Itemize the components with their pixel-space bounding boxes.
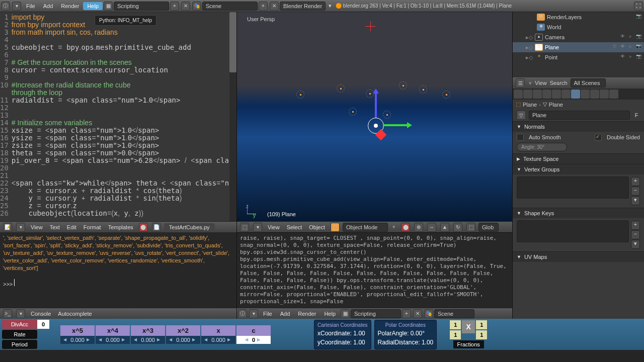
scene-del-icon[interactable]: ✕: [270, 2, 279, 11]
outliner-item-camera[interactable]: ▸◇ ▲ Camera 👁▹📷: [513, 32, 644, 42]
mesh-link-icon[interactable]: ▽: [517, 111, 526, 120]
menu-help[interactable]: Help: [83, 2, 103, 10]
vgroup-list[interactable]: [517, 176, 629, 199]
bh-layout-selector[interactable]: Scripting: [351, 309, 401, 318]
scene-icon[interactable]: 🎭: [192, 2, 201, 11]
manip-scale-icon[interactable]: ⬚: [466, 223, 475, 232]
te-expand-icon[interactable]: ▾: [16, 223, 25, 232]
pl-sel-icon[interactable]: ▹: [627, 44, 634, 51]
frac-tr[interactable]: 1: [476, 320, 487, 329]
outliner-editor-icon[interactable]: ☰: [516, 78, 525, 87]
outliner-item-world[interactable]: ◉ World: [513, 22, 644, 32]
mesh-name-field[interactable]: Plane: [529, 111, 630, 120]
tab-physics[interactable]: [609, 89, 618, 99]
tab-world[interactable]: [533, 89, 542, 99]
z-axis-arrow[interactable]: [375, 93, 377, 118]
menu-render[interactable]: Render: [57, 2, 83, 10]
shading-icon[interactable]: ⬤: [401, 223, 410, 232]
tab-object[interactable]: [542, 89, 551, 99]
sk-menu-btn[interactable]: ▾: [631, 240, 640, 249]
sk-add-btn[interactable]: +: [631, 221, 640, 230]
ol-menu-view[interactable]: View: [535, 80, 547, 86]
console-prompt[interactable]: >>>: [3, 281, 14, 287]
ol-menu-search[interactable]: Search: [550, 80, 568, 86]
pt-sel-icon[interactable]: ▹: [627, 54, 634, 61]
con-menu-auto[interactable]: Autocomplete: [55, 310, 94, 318]
bh-add-icon[interactable]: +: [402, 309, 411, 318]
menu-file[interactable]: File: [22, 2, 39, 10]
te-highlight-icon[interactable]: ⬤: [139, 223, 148, 232]
pivot-icon[interactable]: ⊕: [414, 223, 423, 232]
te-file-icon[interactable]: 📄: [152, 223, 161, 232]
layout-del-icon[interactable]: ✕: [181, 2, 190, 11]
bh-layout-icon[interactable]: ▦: [341, 309, 350, 318]
vp-menu-view[interactable]: View: [265, 223, 282, 231]
con-expand-icon[interactable]: ▾: [16, 309, 25, 318]
frac-br[interactable]: 1: [476, 330, 487, 339]
outliner-filter[interactable]: All Scenes: [571, 78, 606, 87]
info2-icon[interactable]: ⓘ: [238, 309, 247, 318]
manip-translate-icon[interactable]: ▲: [440, 223, 449, 232]
expand-icon[interactable]: ▾: [12, 2, 21, 11]
editor-scrollbar[interactable]: [229, 12, 236, 221]
con-menu-console[interactable]: Console: [28, 310, 53, 318]
te-menu-view[interactable]: View: [28, 223, 45, 231]
manip-rotate-icon[interactable]: ↻: [453, 223, 462, 232]
polar-radial[interactable]: RadialDistance: 1.00: [378, 338, 434, 347]
panel-vertex-groups[interactable]: ▼Vertex Groups: [513, 164, 644, 174]
outliner-item-point[interactable]: ▸◇ ☀ Point 👁▹📷: [513, 52, 644, 62]
text-editor[interactable]: 12345678910 1112131415161718192021222324…: [0, 12, 236, 221]
cam-vis-icon[interactable]: 👁: [619, 34, 626, 41]
panel-texture-space[interactable]: ▶Texture Space: [513, 154, 644, 164]
info-editor-icon[interactable]: ⓘ: [1, 2, 10, 11]
poly-c[interactable]: c◀0▶: [236, 325, 271, 344]
poly-x^4[interactable]: x^4◀0.000▶: [96, 325, 130, 344]
vgroup-menu-btn[interactable]: ▾: [631, 196, 640, 205]
outliner-item-renderlayers[interactable]: ▤ RenderLayers 📷: [513, 12, 644, 22]
3d-viewport[interactable]: User Persp zy (109) Plane: [237, 12, 512, 221]
outliner[interactable]: ▤ RenderLayers 📷 ◉ World ▸◇ ▲ Camera 👁▹📷…: [513, 12, 644, 77]
tab-scene[interactable]: [523, 89, 532, 99]
vgroup-del-btn[interactable]: −: [631, 187, 640, 196]
period-label[interactable]: Period: [2, 340, 37, 349]
tab-render[interactable]: [514, 89, 523, 99]
shapekey-list[interactable]: [517, 220, 629, 242]
frac-x-btn[interactable]: X: [462, 320, 475, 333]
angle-field[interactable]: Angle: 30°: [517, 143, 567, 151]
te-menu-text[interactable]: Text: [47, 223, 62, 231]
bh-scene-icon[interactable]: 🎭: [424, 309, 433, 318]
vp-menu-object[interactable]: Object: [306, 223, 328, 231]
te-menu-templates[interactable]: Templates: [106, 223, 136, 231]
cam-sel-icon[interactable]: ▹: [627, 34, 634, 41]
vp-menu-select[interactable]: Select: [284, 223, 305, 231]
mode-icon[interactable]: ⬚: [331, 223, 340, 232]
te-menu-format[interactable]: Format: [81, 223, 104, 231]
vp-expand-icon[interactable]: ▾: [253, 223, 262, 232]
layout-selector[interactable]: Scripting: [114, 2, 169, 11]
pt-vis-icon[interactable]: 👁: [619, 54, 626, 61]
rl-render-icon[interactable]: 📷: [635, 14, 642, 21]
bh-menu-file[interactable]: File: [259, 310, 276, 318]
bh-del-icon[interactable]: ✕: [413, 309, 422, 318]
mode-selector[interactable]: Object Mode: [343, 223, 388, 232]
sk-del-btn[interactable]: −: [631, 230, 640, 239]
poly-x[interactable]: x◀0.000▶: [201, 325, 235, 344]
double-sided-check[interactable]: [595, 134, 602, 141]
render-engine[interactable]: Blender Render: [280, 2, 326, 11]
frac-tl[interactable]: 1: [450, 320, 461, 329]
divacc-label[interactable]: DivAcc: [2, 320, 37, 329]
bh-scene-selector[interactable]: Scene: [434, 309, 474, 318]
text-editor-icon[interactable]: 📝: [3, 223, 12, 232]
menu-add[interactable]: Add: [39, 2, 57, 10]
x-axis-arrow[interactable]: [383, 124, 408, 126]
poly-x^5[interactable]: x^5◀0.000▶: [60, 325, 95, 344]
pl-ren-icon[interactable]: 📷: [635, 44, 642, 51]
tab-objectdata[interactable]: [571, 89, 580, 99]
rate-label[interactable]: Rate: [2, 330, 37, 339]
file-tab[interactable]: TestArtCubes.py: [164, 223, 215, 231]
bh-menu-render[interactable]: Render: [294, 310, 320, 318]
tab-texture[interactable]: [590, 89, 599, 99]
console-editor-icon[interactable]: >_: [3, 309, 12, 318]
te-menu-edit[interactable]: Edit: [64, 223, 79, 231]
code-body[interactable]: import bpyfrom bpy import contextfrom ma…: [12, 12, 236, 221]
